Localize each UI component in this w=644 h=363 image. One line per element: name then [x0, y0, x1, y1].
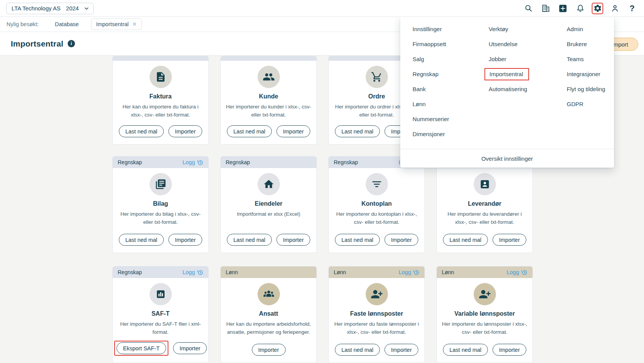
last-ned-mal-button[interactable]: Last ned mal [335, 234, 380, 246]
menu-item-oversikt-innstillinger[interactable]: Oversikt innstillinger [400, 149, 614, 168]
eksport-saf-t-button[interactable]: Eksport SAF-T [116, 342, 166, 354]
page-title: Importsentral [11, 39, 63, 48]
highlight-frame: Eksport SAF-T [114, 341, 168, 356]
add-icon[interactable] [557, 3, 569, 14]
menu-item-label: Flyt og tildeling [567, 86, 605, 92]
company-icon[interactable] [540, 3, 551, 14]
menu-item-regnskap[interactable]: Regnskap [413, 67, 449, 82]
menu-item-salg[interactable]: Salg [413, 52, 449, 67]
customers-icon [263, 71, 275, 83]
menu-item-firmaoppsett[interactable]: Firmaoppsett [413, 37, 449, 52]
last-ned-mal-button[interactable]: Last ned mal [443, 344, 488, 356]
card-description: Her importerer du lønnsposter i xlsx-, c… [441, 320, 528, 336]
menu-item-nummerserier[interactable]: Nummerserier [413, 112, 449, 127]
cart-icon [371, 71, 383, 83]
search-icon[interactable] [523, 3, 534, 14]
import-card-saf-t: RegnskapLoggSAF-THer importerer du SAF-T… [112, 266, 209, 363]
import-card-faktura: FakturaHer kan du importere du faktura i… [112, 56, 209, 145]
card-body: LeverandørHer importerer du leverandører… [437, 168, 533, 253]
menu-item-admin[interactable]: Admin [567, 22, 605, 37]
recent-link-database[interactable]: Database [55, 21, 79, 27]
home-icon [263, 178, 275, 190]
card-category-header: LønnLogg [437, 266, 533, 278]
settings-icon[interactable] [592, 3, 603, 14]
menu-item-automatisering[interactable]: Automatisering [489, 82, 529, 97]
card-body: KundeHer importerer du kunder i xlsx-, c… [221, 61, 316, 144]
notifications-icon[interactable] [574, 3, 586, 14]
menu-item-label: Bank [413, 86, 426, 92]
menu-item-innstillinger[interactable]: Innstillinger [413, 22, 449, 37]
logg-link[interactable]: Logg [399, 269, 419, 276]
menu-item-label: Integrasjoner [567, 71, 601, 77]
menu-item-label: Admin [567, 26, 583, 32]
menu-item-gdpr[interactable]: GDPR [567, 97, 605, 112]
import-card-variable-l-nnsposter: LønnLoggVariable lønnsposterHer importer… [436, 266, 533, 363]
menu-item-teams[interactable]: Teams [567, 52, 605, 67]
importer-button[interactable]: Importer [173, 342, 207, 354]
menu-item-l-nn[interactable]: Lønn [413, 97, 449, 112]
menu-item-integrasjoner[interactable]: Integrasjoner [567, 67, 605, 82]
importer-button[interactable]: Importer [252, 344, 286, 356]
card-buttons: Last ned malImporter [443, 344, 526, 356]
logg-link[interactable]: Logg [183, 269, 203, 276]
logg-label: Logg [507, 269, 519, 275]
person-add-icon [479, 288, 491, 300]
card-category-header [113, 56, 208, 61]
importer-button[interactable]: Importer [384, 344, 418, 356]
card-body: Variable lønnsposterHer importerer du lø… [437, 278, 533, 363]
menu-item-brukere[interactable]: Brukere [567, 37, 605, 52]
group-icon [263, 288, 275, 300]
menu-item-utsendelse[interactable]: Utsendelse [489, 37, 529, 52]
last-ned-mal-button[interactable]: Last ned mal [227, 125, 272, 137]
import-card-bilag: RegnskapLoggBilagHer importerer du bilag… [112, 156, 209, 253]
card-category-header: Lønn [221, 266, 316, 278]
importer-button[interactable]: Importer [168, 234, 202, 246]
last-ned-mal-button[interactable]: Last ned mal [335, 125, 380, 137]
card-title: Variable lønnsposter [454, 310, 515, 317]
card-buttons: Last ned malImporter [227, 234, 310, 246]
last-ned-mal-button[interactable]: Last ned mal [227, 234, 272, 246]
importer-button[interactable]: Importer [276, 125, 310, 137]
last-ned-mal-button[interactable]: Last ned mal [119, 125, 164, 137]
card-buttons: Last ned malImporter [335, 344, 418, 356]
importer-button[interactable]: Importer [493, 234, 526, 246]
company-selector[interactable]: LTA Technology AS 2024 [6, 3, 94, 14]
info-icon[interactable]: i [68, 40, 75, 47]
chart-icon [155, 288, 166, 300]
card-title: Kontoplan [361, 200, 392, 207]
card-title: Faste lønnsposter [350, 310, 403, 317]
menu-item-label: GDPR [567, 101, 583, 107]
close-icon[interactable]: ✕ [132, 21, 137, 28]
card-title: Ansatt [259, 310, 278, 317]
last-ned-mal-button[interactable]: Last ned mal [335, 344, 380, 356]
last-ned-mal-button[interactable]: Last ned mal [443, 234, 488, 246]
logg-link[interactable]: Logg [183, 159, 203, 166]
importer-button[interactable]: Importer [168, 125, 202, 137]
menu-item-dimensjoner[interactable]: Dimensjoner [413, 127, 449, 142]
history-icon [197, 269, 203, 276]
menu-item-bank[interactable]: Bank [413, 82, 449, 97]
logg-link[interactable]: Logg [507, 269, 528, 276]
user-icon[interactable] [609, 3, 621, 14]
importer-button[interactable]: Importer [276, 234, 310, 246]
menu-item-jobber[interactable]: Jobber [489, 52, 529, 67]
import-card-eiendeler: RegnskapEiendelerImportformat er xlsx (E… [220, 156, 317, 253]
card-body: AnsattHer kan du importere arbeidsforhol… [221, 278, 316, 363]
invoice-icon [155, 71, 166, 83]
card-icon-circle [150, 66, 172, 88]
help-icon[interactable]: ? [626, 3, 638, 14]
tab-importsentral[interactable]: Importsentral ✕ [91, 18, 142, 30]
menu-item-importsentral[interactable]: Importsentral [489, 67, 529, 82]
card-category-label: Lønn [226, 269, 238, 275]
importer-button[interactable]: Importer [493, 344, 526, 356]
card-row-3: RegnskapLoggSAF-THer importerer du SAF-T… [112, 266, 533, 363]
menu-item-label: Salg [413, 56, 424, 62]
card-description: Her kan du importere du faktura i xlsx-,… [117, 103, 204, 119]
card-buttons: Importer [252, 344, 286, 356]
history-icon [413, 269, 419, 276]
menu-item-flyt-og-tildeling[interactable]: Flyt og tildeling [567, 82, 605, 97]
importer-button[interactable]: Importer [384, 234, 418, 246]
menu-item-verkt-y[interactable]: Verktøy [489, 22, 529, 37]
last-ned-mal-button[interactable]: Last ned mal [119, 234, 164, 246]
lines-icon [371, 178, 383, 190]
